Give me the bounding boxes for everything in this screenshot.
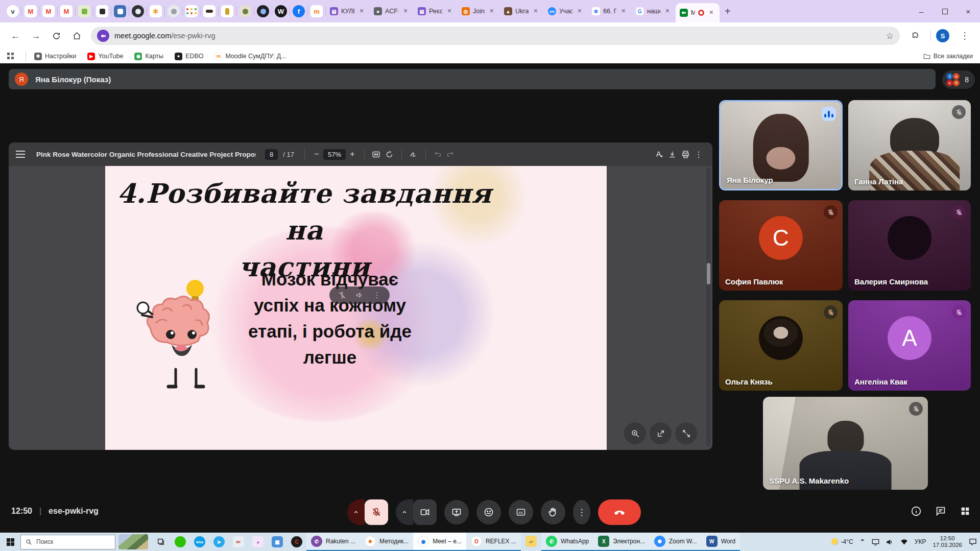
zoom-in-button[interactable]: + xyxy=(346,148,359,161)
info-icon[interactable] xyxy=(911,506,922,517)
start-button[interactable] xyxy=(0,533,20,551)
tab-join[interactable]: ◎ Join × xyxy=(458,3,500,20)
close-icon[interactable]: × xyxy=(619,7,628,15)
gmail-icon[interactable]: M xyxy=(42,5,55,17)
close-icon[interactable]: × xyxy=(576,7,584,15)
activities-grid-icon[interactable] xyxy=(960,506,971,517)
kebab-menu-icon[interactable]: ⋮ xyxy=(956,27,973,44)
text-selection-off-icon[interactable] xyxy=(338,291,346,299)
dark-globe-icon[interactable] xyxy=(132,5,144,17)
tab-nashe[interactable]: G наше × xyxy=(632,3,676,20)
download-icon[interactable] xyxy=(665,148,679,161)
tab-reestr[interactable]: ▤ Реєст × xyxy=(414,3,458,20)
back-button[interactable]: ← xyxy=(7,27,24,44)
tab-66p[interactable]: ✱ 66. П × xyxy=(588,3,632,20)
taskbar-app-excel[interactable]: X Электрон... xyxy=(593,533,650,551)
end-call-button[interactable] xyxy=(598,499,641,525)
close-icon[interactable]: × xyxy=(532,7,540,15)
taskbar-folder[interactable]: ▱ xyxy=(521,533,541,551)
bookmark-edbo[interactable]: ● EDBO xyxy=(175,53,203,60)
extensions-icon[interactable] xyxy=(906,27,924,44)
taskbar-app-metodyk[interactable]: ❖ Методик... xyxy=(360,533,413,551)
maximize-button[interactable] xyxy=(933,0,957,22)
fullscreen-icon[interactable] xyxy=(675,422,697,444)
pinned-doc-icon[interactable] xyxy=(221,5,233,17)
hidden-icons-chevron[interactable]: ⌃ xyxy=(860,538,865,545)
bookmark-star-icon[interactable]: ☆ xyxy=(886,31,894,41)
camera-button[interactable] xyxy=(413,499,437,525)
taskbar-app-reflex[interactable]: O REFLEX ... xyxy=(466,533,521,551)
kebab-menu-icon[interactable]: ⋮ xyxy=(692,148,705,161)
volume-icon[interactable] xyxy=(886,539,894,545)
mic-off-button[interactable] xyxy=(365,499,388,525)
zoom-out-button[interactable]: − xyxy=(310,148,323,161)
all-bookmarks-button[interactable]: Все закладки xyxy=(923,53,973,60)
bookmark-moodle[interactable]: m Moodle СумДПУ: Д... xyxy=(214,53,286,60)
magnifier-icon[interactable] xyxy=(624,422,646,444)
open-in-new-icon[interactable] xyxy=(650,422,672,444)
gmail-icon[interactable]: M xyxy=(60,5,73,17)
add-text-icon[interactable] xyxy=(652,148,665,161)
close-icon[interactable]: × xyxy=(357,7,366,15)
reload-button[interactable] xyxy=(47,27,65,44)
globe-icon[interactable] xyxy=(239,5,251,17)
picture-widget[interactable] xyxy=(118,534,148,549)
close-icon[interactable]: × xyxy=(445,7,453,15)
dots-grid-icon[interactable] xyxy=(185,5,198,17)
wechat-icon[interactable] xyxy=(171,533,190,551)
moodle-icon[interactable]: m xyxy=(310,5,323,17)
snipping-icon[interactable]: ✂ xyxy=(229,533,248,551)
zoom-level[interactable]: 57% xyxy=(323,149,346,160)
speaker-icon[interactable] xyxy=(355,291,364,299)
clock[interactable]: 12:50 17.03.2026 xyxy=(933,535,962,548)
media-player-icon[interactable]: C xyxy=(287,533,306,551)
notification-icon[interactable] xyxy=(969,538,977,545)
taskbar-app-meet[interactable]: ◉ Meet – e... xyxy=(413,533,466,551)
face-app-icon[interactable] xyxy=(257,5,269,17)
minimize-button[interactable]: – xyxy=(910,0,933,22)
paint-icon[interactable]: ◕ xyxy=(248,533,268,551)
cursor-icon[interactable] xyxy=(96,5,108,17)
participant-tile[interactable]: A Ангеліна Квак xyxy=(848,300,971,391)
tab-acfr[interactable]: ● ACFr × xyxy=(370,3,414,20)
network-icon[interactable] xyxy=(900,539,908,545)
imo-icon[interactable]: imo xyxy=(190,533,209,551)
participant-count-badge[interactable]: S в я Я 8 xyxy=(942,70,975,89)
task-view-icon[interactable] xyxy=(151,533,171,551)
kebab-menu-icon[interactable]: ⋮ xyxy=(373,291,381,300)
swirl-icon[interactable] xyxy=(168,5,180,17)
gmail-icon[interactable]: M xyxy=(25,5,37,17)
forward-button[interactable]: → xyxy=(27,27,44,44)
annotate-pen-icon[interactable] xyxy=(407,148,420,161)
raise-hand-button[interactable] xyxy=(541,500,565,524)
tab-uchas[interactable]: zm Учас × xyxy=(544,3,588,20)
print-icon[interactable] xyxy=(679,148,692,161)
taskbar-app-rakuten[interactable]: ✆ Rakuten ... xyxy=(306,533,360,551)
photo-app-icon[interactable] xyxy=(114,5,126,17)
participant-tile[interactable]: Яна Білокур xyxy=(719,100,843,190)
bookmark-youtube[interactable]: ▶ YouTube xyxy=(87,53,123,60)
home-button[interactable] xyxy=(68,27,85,44)
apps-grid-icon[interactable] xyxy=(7,53,14,60)
facebook-icon[interactable]: f xyxy=(293,5,305,17)
mic-options-chevron[interactable] xyxy=(347,499,365,525)
taskbar-app-zoom[interactable]: ⬤ Zoom W... xyxy=(650,533,702,551)
close-icon[interactable]: × xyxy=(488,7,496,15)
close-icon[interactable]: × xyxy=(663,7,672,15)
tab-kul[interactable]: ▤ КУЛЬ × xyxy=(326,3,370,20)
camera-options-chevron[interactable] xyxy=(396,499,413,525)
bookmark-maps[interactable]: ◉ Карты xyxy=(134,53,163,60)
rotate-icon[interactable] xyxy=(383,148,396,161)
close-window-button[interactable]: × xyxy=(957,0,980,22)
calculator-icon[interactable]: ▦ xyxy=(268,533,287,551)
taskbar-app-word[interactable]: W Word xyxy=(702,533,740,551)
participant-tile[interactable]: SSPU A.S. Makarenko xyxy=(763,397,928,490)
tab-ukrai[interactable]: ▲ Ukrai × xyxy=(500,3,544,20)
address-bar[interactable]: meet.google.com/ese-pwki-rvg ☆ xyxy=(91,27,900,45)
bookmark-nastroyki[interactable]: ✱ Настройки xyxy=(34,53,76,60)
green-mail-icon[interactable] xyxy=(78,5,90,17)
chat-icon[interactable] xyxy=(935,506,946,517)
new-tab-button[interactable]: + xyxy=(725,6,731,17)
tab-meet-active[interactable]: M × xyxy=(676,3,720,22)
graduation-cap-icon[interactable] xyxy=(203,5,216,17)
